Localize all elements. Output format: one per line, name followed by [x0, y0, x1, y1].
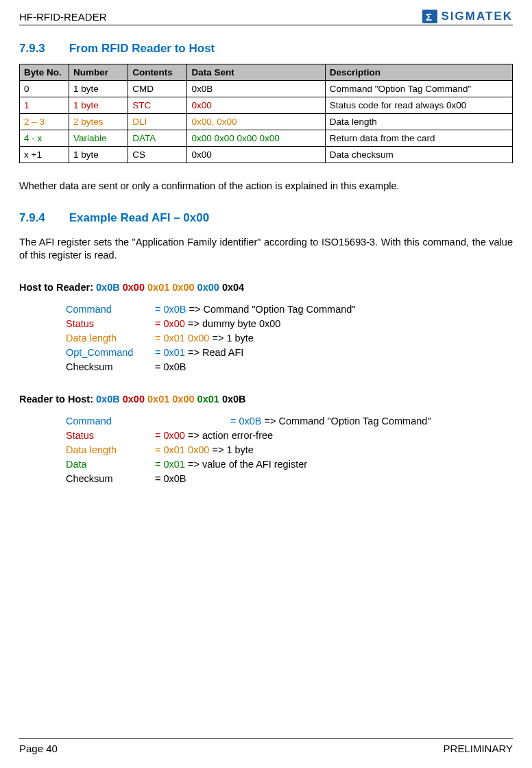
field-value: = 0x0B	[155, 472, 186, 486]
cell-description: Command "Option Tag Command"	[325, 81, 512, 97]
cell-byteno: 4 - x	[20, 130, 69, 147]
reader-to-host-fields: Command= 0x0B => Command "Option Tag Com…	[66, 414, 513, 486]
section-title: From RFID Reader to Host	[69, 42, 215, 55]
cell-datasent: 0x00	[187, 97, 325, 114]
table-row: x +11 byteCS0x00Data checksum	[20, 147, 513, 163]
section-number: 7.9.3	[19, 42, 66, 56]
field-value: = 0x01 => Read AFI	[155, 346, 243, 360]
cell-number: 1 byte	[69, 147, 128, 163]
cell-description: Return data from the card	[325, 130, 512, 147]
byte-cmd: 0x0B	[96, 282, 120, 293]
section-title: Example Read AFI – 0x00	[69, 211, 209, 224]
section-793-note: Whether data are sent or only a confirma…	[19, 180, 513, 193]
doc-status: PRELIMINARY	[444, 743, 513, 754]
byte-status: 0x00	[123, 394, 145, 405]
cell-byteno: 1	[20, 97, 69, 114]
cell-datasent: 0x0B	[187, 81, 325, 97]
cell-byteno: 2 – 3	[20, 114, 69, 130]
cell-contents: STC	[128, 97, 187, 114]
cell-description: Data length	[325, 114, 512, 130]
host-to-reader-label: Host to Reader: 0x0B 0x00 0x01 0x00 0x00…	[19, 282, 513, 293]
table-row: 11 byteSTC0x00Status code for read alway…	[20, 97, 513, 114]
field-value: = 0x0B	[155, 360, 186, 374]
byte-checksum: 0x0B	[222, 394, 246, 405]
cell-datasent: 0x00	[187, 147, 325, 163]
cell-datasent: 0x00, 0x00	[187, 114, 325, 130]
field-name: Command	[66, 414, 230, 429]
th-number: Number	[69, 64, 128, 81]
cell-datasent: 0x00 0x00 0x00 0x00	[187, 130, 325, 147]
field-row: Data= 0x01 => value of the AFI register	[66, 457, 513, 472]
field-row: Data length= 0x01 0x00 => 1 byte	[66, 443, 513, 457]
byte-checksum: 0x04	[222, 282, 244, 293]
section-794-heading: 7.9.4 Example Read AFI – 0x00	[19, 211, 513, 225]
cell-number: 2 bytes	[69, 114, 128, 130]
table-row: 4 - xVariableDATA0x00 0x00 0x00 0x00Retu…	[20, 130, 513, 147]
table-row: 2 – 32 bytesDLI0x00, 0x00Data length	[20, 114, 513, 130]
field-name: Data	[66, 457, 155, 472]
field-name: Checksum	[66, 360, 155, 374]
field-name: Data length	[66, 443, 155, 457]
cell-contents: CMD	[128, 81, 187, 97]
cell-contents: CS	[128, 147, 187, 163]
reader-to-host-label: Reader to Host: 0x0B 0x00 0x01 0x00 0x01…	[19, 394, 513, 405]
field-row: Opt_Command= 0x01 => Read AFI	[66, 346, 513, 360]
byte-opt: 0x00	[197, 282, 219, 293]
field-row: Status= 0x00 => dummy byte 0x00	[66, 317, 513, 331]
field-value: = 0x01 0x00 => 1 byte	[155, 331, 254, 346]
section-number: 7.9.4	[19, 211, 66, 225]
field-value: = 0x01 0x00 => 1 byte	[155, 443, 254, 457]
field-row: Command= 0x0B => Command "Option Tag Com…	[66, 414, 513, 429]
field-value: = 0x01 => value of the AFI register	[155, 457, 307, 472]
section-794-intro: The AFI register sets the "Application F…	[19, 236, 513, 263]
cell-description: Data checksum	[325, 147, 512, 163]
field-value: = 0x00 => dummy byte 0x00	[155, 317, 280, 331]
byte-length: 0x01 0x00	[147, 394, 195, 405]
th-description: Description	[325, 64, 512, 81]
page-footer: Page 40 PRELIMINARY	[19, 738, 513, 754]
cell-number: 1 byte	[69, 97, 128, 114]
field-row: Checksum= 0x0B	[66, 360, 513, 374]
byte-cmd: 0x0B	[96, 394, 120, 405]
doc-title: HF-RFID-READER	[19, 11, 107, 23]
field-name: Opt_Command	[66, 346, 155, 360]
field-name: Data length	[66, 331, 155, 346]
section-793-heading: 7.9.3 From RFID Reader to Host	[19, 42, 513, 56]
byte-length: 0x01 0x00	[147, 282, 195, 293]
byte-status: 0x00	[123, 282, 145, 293]
label-text: Host to Reader:	[19, 282, 93, 293]
cell-byteno: x +1	[20, 147, 69, 163]
field-name: Checksum	[66, 472, 155, 486]
byte-data: 0x01	[197, 394, 219, 405]
cell-contents: DLI	[128, 114, 187, 130]
cell-contents: DATA	[128, 130, 187, 147]
field-name: Command	[66, 302, 155, 317]
cell-number: 1 byte	[69, 81, 128, 97]
field-row: Command= 0x0B => Command "Option Tag Com…	[66, 302, 513, 317]
cell-description: Status code for read always 0x00	[325, 97, 512, 114]
table-header-row: Byte No. Number Contents Data Sent Descr…	[20, 64, 513, 81]
cell-number: Variable	[69, 130, 128, 147]
field-value: = 0x00 => action error-free	[155, 429, 273, 443]
th-byteno: Byte No.	[20, 64, 69, 81]
field-row: Checksum= 0x0B	[66, 472, 513, 486]
field-row: Status= 0x00 => action error-free	[66, 429, 513, 443]
th-datasent: Data Sent	[187, 64, 325, 81]
protocol-table: Byte No. Number Contents Data Sent Descr…	[19, 64, 513, 163]
host-to-reader-fields: Command= 0x0B => Command "Option Tag Com…	[66, 302, 513, 374]
label-text: Reader to Host:	[19, 394, 93, 405]
table-row: 01 byteCMD0x0BCommand "Option Tag Comman…	[20, 81, 513, 97]
field-value: = 0x0B => Command "Option Tag Command"	[155, 302, 356, 317]
brand-logo: Σ SIGMATEK	[422, 10, 513, 23]
sigma-icon: Σ	[422, 10, 437, 23]
cell-byteno: 0	[20, 81, 69, 97]
brand-text: SIGMATEK	[442, 10, 513, 23]
field-name: Status	[66, 429, 155, 443]
field-row: Data length= 0x01 0x00 => 1 byte	[66, 331, 513, 346]
page-number: Page 40	[19, 743, 58, 754]
field-value: = 0x0B => Command "Option Tag Command"	[230, 414, 431, 429]
field-name: Status	[66, 317, 155, 331]
page-header: HF-RFID-READER Σ SIGMATEK	[19, 10, 513, 25]
th-contents: Contents	[128, 64, 187, 81]
